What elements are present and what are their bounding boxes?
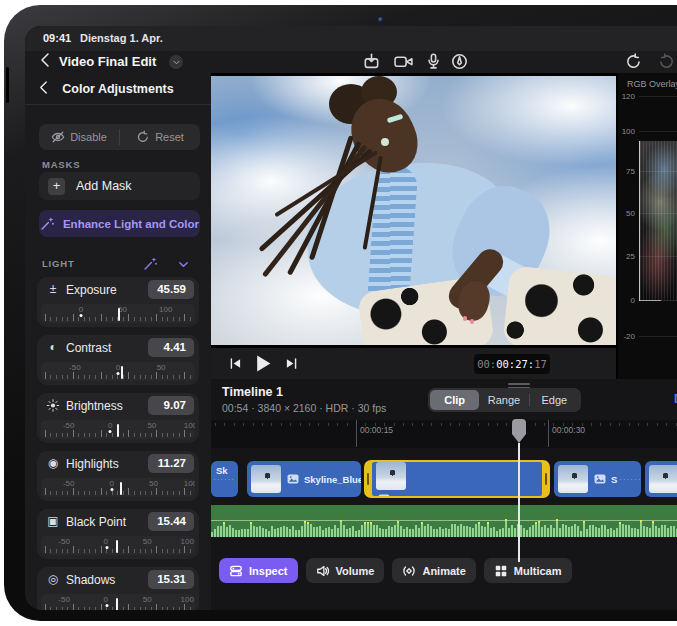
scope-gridline — [639, 131, 677, 132]
ruler-tick-label: 100 — [184, 421, 195, 430]
ruler-tick-label: 50 — [147, 421, 156, 430]
previous-frame-button[interactable] — [229, 357, 242, 370]
side-button — [6, 67, 9, 103]
microphone-button[interactable] — [425, 53, 442, 70]
reset-icon — [136, 130, 150, 144]
slider-value[interactable]: 4.41 — [148, 338, 194, 357]
top-toolbar: Video Final Edit — [25, 51, 677, 73]
enhance-label: Enhance Light and Color — [63, 218, 199, 230]
light-section-header: LIGHT — [25, 255, 211, 273]
back-icon[interactable] — [39, 52, 51, 68]
ruler-major-tick — [548, 420, 549, 447]
clip[interactable]: Sk······ — [211, 461, 238, 497]
magic-wand-icon — [40, 216, 55, 231]
disable-reset-control: Disable Reset — [39, 124, 200, 150]
multicam-icon — [494, 564, 508, 578]
screenshot-stage: 09:41 Dienstag 1. Apr. Video Final Edit — [0, 0, 677, 626]
add-mask-button[interactable]: + Add Mask — [39, 172, 200, 200]
project-menu-button[interactable] — [169, 55, 183, 69]
next-frame-button[interactable] — [285, 357, 298, 370]
slider-cursor[interactable] — [116, 598, 118, 610]
enhance-light-color-button[interactable]: Enhance Light and Color — [39, 210, 200, 237]
inspect-button[interactable]: Inspect — [219, 558, 298, 583]
undo-button[interactable] — [625, 53, 642, 70]
slider-brightness: Brightness9.07-50050100 — [37, 393, 199, 443]
collapse-chevron-icon[interactable] — [177, 258, 190, 271]
slider-cursor[interactable] — [120, 482, 122, 495]
timeline-ruler[interactable]: 00:00:1500:00:30 — [211, 420, 677, 448]
add-mask-label: Add Mask — [76, 179, 132, 193]
clip-selected[interactable]: Skyline_Blue_Close — [364, 460, 550, 498]
clip[interactable] — [645, 461, 677, 497]
eye-off-icon — [51, 130, 65, 144]
slider-label: Black Point — [66, 515, 126, 529]
slider-ruler[interactable]: 050100 — [41, 304, 195, 323]
project-title[interactable]: Video Final Edit — [59, 54, 156, 69]
ruler-tick-label: 0 — [116, 363, 120, 372]
edit-mode-control: ClipRangeEdge — [428, 388, 581, 412]
ruler-tick-label: 0 — [79, 305, 83, 314]
volume-button[interactable]: Volume — [306, 558, 385, 583]
inspector-icon — [229, 564, 243, 578]
trim-handle-right[interactable] — [542, 460, 550, 498]
import-button[interactable] — [363, 53, 380, 70]
animate-button[interactable]: Animate — [392, 558, 475, 583]
zero-dot — [106, 604, 109, 607]
pencil-button[interactable] — [451, 53, 468, 70]
ruler-tick-label: 50 — [149, 479, 158, 488]
zero-dot — [109, 430, 112, 433]
photo-icon — [287, 474, 299, 484]
slider-value[interactable]: 11.27 — [148, 454, 194, 473]
clip[interactable]: S······ — [554, 461, 641, 497]
auto-enhance-icon[interactable] — [143, 256, 158, 271]
date: Dienstag 1. Apr. — [80, 32, 163, 44]
app-screen: 09:41 Dienstag 1. Apr. Video Final Edit — [25, 26, 677, 610]
slider-highlights: ◉Highlights11.27-50050100 — [37, 451, 199, 501]
transport-bar: 00:00:27:17 — [211, 348, 616, 379]
scope-axis-label: 120 — [618, 92, 635, 101]
mode-edge[interactable]: Edge — [530, 390, 579, 410]
ruler-timecode-label: 00:00:30 — [552, 425, 585, 435]
scope-axis-label: -20 — [618, 332, 635, 341]
person-figure — [211, 76, 616, 345]
redo-button[interactable] — [658, 53, 675, 70]
reset-button[interactable]: Reset — [120, 124, 200, 150]
multicam-button[interactable]: Multicam — [484, 558, 572, 583]
waveform-baseline — [639, 300, 661, 301]
slider-ruler[interactable]: -50050100 — [41, 478, 195, 497]
mode-clip[interactable]: Clip — [430, 390, 479, 410]
scope-axis-label: 100 — [618, 127, 635, 136]
slider-ruler[interactable]: -50050100 — [41, 420, 195, 439]
slider-value[interactable]: 9.07 — [148, 396, 194, 415]
slider-value[interactable]: 15.44 — [148, 512, 194, 531]
audio-track[interactable] — [211, 505, 677, 537]
slider-cursor[interactable] — [117, 424, 119, 437]
reset-label: Reset — [155, 131, 184, 143]
slider-value[interactable]: 15.31 — [148, 570, 194, 589]
disable-button[interactable]: Disable — [39, 124, 119, 150]
slider-ruler[interactable]: -50050100 — [41, 594, 195, 610]
slider-label: Highlights — [66, 457, 119, 471]
trim-handle-left[interactable] — [364, 460, 372, 498]
slider-ruler[interactable]: -50050100 — [41, 536, 195, 555]
clip[interactable]: Skyline_Blue_Wide — [247, 461, 361, 497]
slider-ruler[interactable]: -50050 — [41, 362, 195, 381]
slider-contrast: ◐Contrast4.41-50050 — [37, 335, 199, 385]
video-preview[interactable] — [211, 73, 616, 348]
mode-range[interactable]: Range — [479, 390, 528, 410]
slider-cursor[interactable] — [116, 540, 118, 553]
animate-icon — [402, 564, 416, 578]
play-button[interactable] — [255, 354, 272, 373]
slider-glyph-icon: ◐ — [46, 340, 60, 355]
slider-value[interactable]: 45.59 — [148, 280, 194, 299]
scope-gridline — [639, 96, 677, 97]
slider-cursor[interactable] — [121, 366, 123, 379]
ruler-tick-label: 100 — [184, 479, 195, 488]
clip-label: Sk — [216, 465, 228, 476]
slider-cursor[interactable] — [118, 308, 120, 321]
speaker-icon — [316, 564, 330, 578]
waveform-trace — [639, 141, 677, 301]
camera-button[interactable] — [394, 53, 414, 70]
timecode-display[interactable]: 00:00:27:17 — [474, 354, 550, 374]
zero-dot — [80, 314, 83, 317]
